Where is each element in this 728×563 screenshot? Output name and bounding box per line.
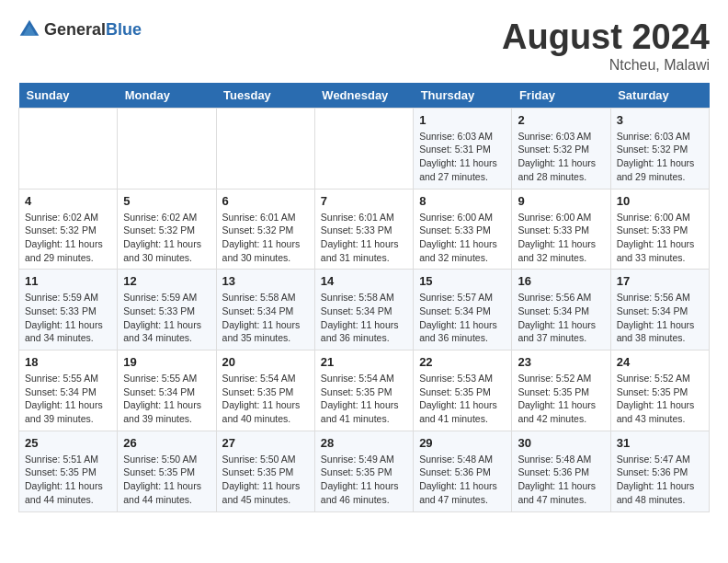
- cell-week4-day5: 22Sunrise: 5:53 AMSunset: 5:35 PMDayligh…: [414, 350, 512, 431]
- day-info: Sunrise: 5:48 AMSunset: 5:36 PMDaylight:…: [518, 453, 604, 507]
- day-info: Sunrise: 6:03 AMSunset: 5:31 PMDaylight:…: [419, 130, 506, 184]
- day-info: Sunrise: 5:54 AMSunset: 5:35 PMDaylight:…: [222, 372, 309, 426]
- week-row-4: 18Sunrise: 5:55 AMSunset: 5:34 PMDayligh…: [19, 350, 710, 431]
- day-info: Sunrise: 5:51 AMSunset: 5:35 PMDaylight:…: [25, 453, 111, 507]
- cell-week5-day6: 30Sunrise: 5:48 AMSunset: 5:36 PMDayligh…: [512, 431, 610, 511]
- cell-week3-day5: 15Sunrise: 5:57 AMSunset: 5:34 PMDayligh…: [414, 270, 512, 350]
- day-number: 19: [123, 355, 210, 369]
- cell-week5-day7: 31Sunrise: 5:47 AMSunset: 5:36 PMDayligh…: [610, 431, 709, 511]
- header-row: Sunday Monday Tuesday Wednesday Thursday…: [19, 83, 710, 109]
- calendar-table: Sunday Monday Tuesday Wednesday Thursday…: [18, 83, 710, 512]
- day-info: Sunrise: 5:52 AMSunset: 5:35 PMDaylight:…: [617, 372, 703, 426]
- cell-week5-day4: 28Sunrise: 5:49 AMSunset: 5:35 PMDayligh…: [314, 431, 413, 511]
- day-info: Sunrise: 5:50 AMSunset: 5:35 PMDaylight:…: [123, 453, 210, 507]
- cell-week3-day3: 13Sunrise: 5:58 AMSunset: 5:34 PMDayligh…: [216, 270, 314, 350]
- cell-week1-day5: 1Sunrise: 6:03 AMSunset: 5:31 PMDaylight…: [414, 108, 512, 189]
- day-number: 24: [617, 355, 703, 369]
- day-number: 29: [419, 436, 506, 450]
- header-saturday: Saturday: [610, 83, 709, 109]
- cell-week2-day6: 9Sunrise: 6:00 AMSunset: 5:33 PMDaylight…: [512, 189, 610, 270]
- day-number: 27: [222, 436, 309, 450]
- cell-week3-day1: 11Sunrise: 5:59 AMSunset: 5:33 PMDayligh…: [19, 270, 118, 350]
- logo-icon: [18, 18, 40, 40]
- day-info: Sunrise: 5:48 AMSunset: 5:36 PMDaylight:…: [419, 453, 506, 507]
- day-number: 31: [617, 436, 703, 450]
- logo-blue: Blue: [106, 20, 142, 39]
- calendar-subtitle: Ntcheu, Malawi: [502, 57, 710, 74]
- day-info: Sunrise: 5:55 AMSunset: 5:34 PMDaylight:…: [123, 372, 210, 426]
- day-info: Sunrise: 5:54 AMSunset: 5:35 PMDaylight:…: [321, 372, 407, 426]
- day-number: 21: [321, 355, 407, 369]
- cell-week4-day3: 20Sunrise: 5:54 AMSunset: 5:35 PMDayligh…: [216, 350, 314, 431]
- logo: GeneralBlue: [18, 18, 142, 40]
- day-info: Sunrise: 5:58 AMSunset: 5:34 PMDaylight:…: [222, 291, 309, 345]
- day-number: 11: [25, 274, 111, 288]
- day-info: Sunrise: 5:56 AMSunset: 5:34 PMDaylight:…: [617, 291, 703, 345]
- week-row-2: 4Sunrise: 6:02 AMSunset: 5:32 PMDaylight…: [19, 189, 710, 270]
- cell-week2-day1: 4Sunrise: 6:02 AMSunset: 5:32 PMDaylight…: [19, 189, 118, 270]
- day-info: Sunrise: 6:00 AMSunset: 5:33 PMDaylight:…: [419, 211, 506, 265]
- cell-week2-day4: 7Sunrise: 6:01 AMSunset: 5:33 PMDaylight…: [314, 189, 413, 270]
- day-info: Sunrise: 5:50 AMSunset: 5:35 PMDaylight:…: [222, 453, 309, 507]
- cell-week2-day2: 5Sunrise: 6:02 AMSunset: 5:32 PMDaylight…: [118, 189, 216, 270]
- cell-week1-day2: [118, 108, 216, 189]
- day-number: 6: [222, 194, 309, 208]
- header: GeneralBlue August 2024 Ntcheu, Malawi: [18, 18, 710, 74]
- cell-week5-day3: 27Sunrise: 5:50 AMSunset: 5:35 PMDayligh…: [216, 431, 314, 511]
- day-info: Sunrise: 5:56 AMSunset: 5:34 PMDaylight:…: [518, 291, 604, 345]
- day-number: 9: [518, 194, 604, 208]
- header-friday: Friday: [512, 83, 610, 109]
- day-number: 22: [419, 355, 506, 369]
- day-number: 15: [419, 274, 506, 288]
- title-area: August 2024 Ntcheu, Malawi: [502, 18, 710, 74]
- cell-week4-day6: 23Sunrise: 5:52 AMSunset: 5:35 PMDayligh…: [512, 350, 610, 431]
- day-number: 28: [321, 436, 407, 450]
- day-info: Sunrise: 6:01 AMSunset: 5:32 PMDaylight:…: [222, 211, 309, 265]
- cell-week3-day6: 16Sunrise: 5:56 AMSunset: 5:34 PMDayligh…: [512, 270, 610, 350]
- day-info: Sunrise: 5:52 AMSunset: 5:35 PMDaylight:…: [518, 372, 604, 426]
- day-info: Sunrise: 6:03 AMSunset: 5:32 PMDaylight:…: [617, 130, 703, 184]
- day-number: 2: [518, 113, 604, 127]
- day-info: Sunrise: 6:02 AMSunset: 5:32 PMDaylight:…: [123, 211, 210, 265]
- calendar-title: August 2024: [502, 18, 710, 57]
- day-number: 10: [617, 194, 703, 208]
- day-number: 23: [518, 355, 604, 369]
- cell-week5-day2: 26Sunrise: 5:50 AMSunset: 5:35 PMDayligh…: [118, 431, 216, 511]
- logo-general: General: [44, 20, 106, 39]
- day-number: 18: [25, 355, 111, 369]
- cell-week2-day7: 10Sunrise: 6:00 AMSunset: 5:33 PMDayligh…: [610, 189, 709, 270]
- day-info: Sunrise: 5:57 AMSunset: 5:34 PMDaylight:…: [419, 291, 506, 345]
- cell-week1-day1: [19, 108, 118, 189]
- day-number: 13: [222, 274, 309, 288]
- day-number: 8: [419, 194, 506, 208]
- day-number: 20: [222, 355, 309, 369]
- day-info: Sunrise: 6:01 AMSunset: 5:33 PMDaylight:…: [321, 211, 407, 265]
- day-number: 26: [123, 436, 210, 450]
- day-info: Sunrise: 5:49 AMSunset: 5:35 PMDaylight:…: [321, 453, 407, 507]
- week-row-5: 25Sunrise: 5:51 AMSunset: 5:35 PMDayligh…: [19, 431, 710, 511]
- calendar-header: Sunday Monday Tuesday Wednesday Thursday…: [19, 83, 710, 109]
- week-row-1: 1Sunrise: 6:03 AMSunset: 5:31 PMDaylight…: [19, 108, 710, 189]
- cell-week3-day2: 12Sunrise: 5:59 AMSunset: 5:33 PMDayligh…: [118, 270, 216, 350]
- cell-week1-day3: [216, 108, 314, 189]
- day-info: Sunrise: 6:00 AMSunset: 5:33 PMDaylight:…: [617, 211, 703, 265]
- day-number: 4: [25, 194, 111, 208]
- day-number: 14: [321, 274, 407, 288]
- cell-week1-day7: 3Sunrise: 6:03 AMSunset: 5:32 PMDaylight…: [610, 108, 709, 189]
- cell-week2-day5: 8Sunrise: 6:00 AMSunset: 5:33 PMDaylight…: [414, 189, 512, 270]
- day-info: Sunrise: 5:59 AMSunset: 5:33 PMDaylight:…: [123, 291, 210, 345]
- day-info: Sunrise: 5:58 AMSunset: 5:34 PMDaylight:…: [321, 291, 407, 345]
- day-number: 3: [617, 113, 703, 127]
- week-row-3: 11Sunrise: 5:59 AMSunset: 5:33 PMDayligh…: [19, 270, 710, 350]
- day-info: Sunrise: 6:00 AMSunset: 5:33 PMDaylight:…: [518, 211, 604, 265]
- day-number: 30: [518, 436, 604, 450]
- day-number: 17: [617, 274, 703, 288]
- cell-week4-day4: 21Sunrise: 5:54 AMSunset: 5:35 PMDayligh…: [314, 350, 413, 431]
- cell-week3-day7: 17Sunrise: 5:56 AMSunset: 5:34 PMDayligh…: [610, 270, 709, 350]
- day-number: 12: [123, 274, 210, 288]
- cell-week4-day2: 19Sunrise: 5:55 AMSunset: 5:34 PMDayligh…: [118, 350, 216, 431]
- day-info: Sunrise: 6:03 AMSunset: 5:32 PMDaylight:…: [518, 130, 604, 184]
- cell-week3-day4: 14Sunrise: 5:58 AMSunset: 5:34 PMDayligh…: [314, 270, 413, 350]
- day-info: Sunrise: 5:47 AMSunset: 5:36 PMDaylight:…: [617, 453, 703, 507]
- cell-week4-day7: 24Sunrise: 5:52 AMSunset: 5:35 PMDayligh…: [610, 350, 709, 431]
